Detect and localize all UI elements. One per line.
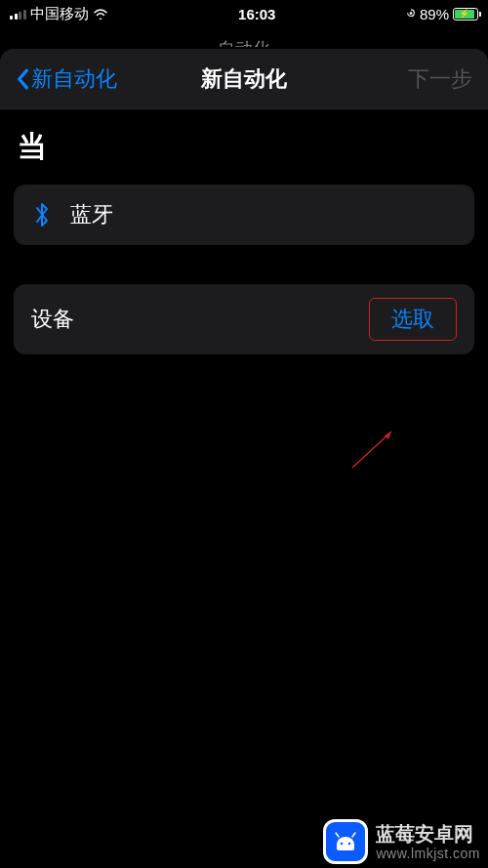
content-area: 当 蓝牙 设备 选取 <box>0 109 488 868</box>
watermark-title: 蓝莓安卓网 <box>376 822 473 846</box>
bluetooth-label: 蓝牙 <box>70 200 113 229</box>
device-label: 设备 <box>31 305 74 334</box>
svg-point-4 <box>348 843 351 846</box>
svg-line-5 <box>336 833 339 837</box>
svg-marker-2 <box>385 432 391 439</box>
bluetooth-cell[interactable]: 蓝牙 <box>14 185 474 245</box>
device-cell: 设备 选取 <box>14 284 474 354</box>
modal-sheet: 新自动化 新自动化 下一步 当 蓝牙 设备 选取 <box>0 49 488 868</box>
svg-line-1 <box>352 432 391 468</box>
status-bar: 中国移动 16:03 89% ⚡ <box>0 0 488 27</box>
orientation-lock-icon <box>406 6 416 22</box>
select-button[interactable]: 选取 <box>369 298 457 341</box>
nav-bar: 新自动化 新自动化 下一步 <box>0 49 488 109</box>
back-button[interactable]: 新自动化 <box>16 64 117 94</box>
signal-icon <box>10 8 26 20</box>
carrier-label: 中国移动 <box>30 5 89 23</box>
bluetooth-icon <box>31 201 53 228</box>
status-time: 16:03 <box>238 6 275 22</box>
annotation-arrow <box>347 424 406 473</box>
svg-point-3 <box>341 843 344 846</box>
next-button[interactable]: 下一步 <box>408 64 472 94</box>
battery-icon: ⚡ <box>453 8 478 21</box>
watermark-logo-icon <box>323 819 368 864</box>
svg-line-6 <box>352 833 355 837</box>
when-heading: 当 <box>18 127 474 167</box>
status-left: 中国移动 <box>10 5 108 23</box>
background-page-title: 自动化 <box>0 27 488 47</box>
svg-rect-0 <box>410 12 413 15</box>
wifi-icon <box>93 6 108 22</box>
watermark-url: www.lmkjst.com <box>376 846 480 862</box>
watermark: 蓝莓安卓网 www.lmkjst.com <box>323 819 480 864</box>
status-right: 89% ⚡ <box>406 6 478 22</box>
battery-percent: 89% <box>420 6 449 22</box>
back-label: 新自动化 <box>31 64 117 94</box>
